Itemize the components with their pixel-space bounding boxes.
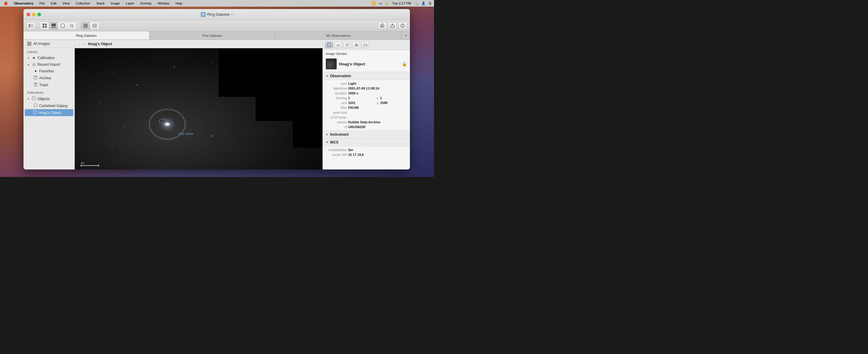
inspector-tab-adjustments[interactable] xyxy=(325,41,333,48)
favorites-label: Favorites xyxy=(39,69,54,73)
inspector-tab-histogram[interactable] xyxy=(334,41,342,48)
calibration-label: Calibration xyxy=(37,56,55,60)
data-row-size: size 1601 x 1599 xyxy=(323,100,410,105)
user-avatar[interactable]: 👤 xyxy=(421,1,426,5)
window-title-icon xyxy=(201,12,206,17)
menu-edit[interactable]: Edit xyxy=(50,1,58,5)
instrument-section-header[interactable]: ▼ Instrument xyxy=(323,130,410,139)
svg-rect-25 xyxy=(30,42,31,43)
svg-rect-5 xyxy=(45,24,47,25)
wcs-section-header[interactable]: ▼ WCS xyxy=(323,139,410,146)
svg-rect-35 xyxy=(34,104,37,107)
menu-icon[interactable]: ☰ xyxy=(429,1,432,5)
svg-rect-11 xyxy=(54,27,55,28)
archive-label: Archive xyxy=(39,76,51,80)
observation-section-header[interactable]: ▼ Observation xyxy=(323,72,410,80)
data-row-center-ra: center RA 15 17 18.6 xyxy=(323,152,410,157)
add-tab-button[interactable]: + xyxy=(401,31,410,39)
sidebar-archive[interactable]: Archive xyxy=(24,75,74,81)
image-viewer[interactable]: PGC 54559 30" xyxy=(75,48,322,170)
svg-rect-26 xyxy=(27,44,29,46)
maximize-button[interactable] xyxy=(37,13,41,16)
svg-rect-10 xyxy=(53,27,54,28)
svg-rect-2 xyxy=(29,24,30,27)
sidebar-all-images[interactable]: All Images xyxy=(24,40,74,48)
inspector-tab-folder[interactable] xyxy=(361,41,369,48)
inspector-header: Hoag's Object 🔒 xyxy=(323,56,410,72)
data-row-ccdtemp: CCD temp. xyxy=(323,115,410,120)
recent-arrow: ▶ xyxy=(28,63,30,66)
cartwheel-icon xyxy=(33,104,38,108)
menu-observatory[interactable]: Observatory xyxy=(13,1,35,5)
menu-file[interactable]: File xyxy=(38,1,46,5)
svg-rect-30 xyxy=(35,84,37,86)
instrument-collapse-arrow: ▼ xyxy=(326,133,329,136)
size-label: size xyxy=(326,101,347,105)
cartwheel-label: Cartwheel Galaxy xyxy=(39,104,68,108)
star-icon: ★ xyxy=(32,56,36,60)
grid-view-button[interactable] xyxy=(40,22,49,29)
svg-rect-34 xyxy=(32,97,35,100)
type-value: Light xyxy=(348,82,407,85)
download-button[interactable] xyxy=(378,22,386,29)
sidebar-cartwheel-galaxy[interactable]: Cartwheel Galaxy xyxy=(24,102,74,109)
library-section-label: Library xyxy=(24,48,74,55)
window-title-chevron[interactable]: ▾ xyxy=(231,13,233,16)
sidebar-trash[interactable]: Trash xyxy=(24,81,74,89)
ccdtemp-label: CCD temp. xyxy=(326,116,347,119)
lock-icon[interactable]: 🔒 xyxy=(402,61,407,66)
scale-bar: 30" xyxy=(81,161,99,166)
tab-pea-galaxies[interactable]: Pea Galaxies xyxy=(150,31,276,39)
filmstrip-view-button[interactable] xyxy=(49,22,58,29)
minimize-button[interactable] xyxy=(32,13,36,16)
sidebar-hoags-object[interactable]: Hoag's Object xyxy=(25,109,73,116)
calibration-arrow: ▶ xyxy=(28,57,30,59)
sidebar-recent-import[interactable]: ▶ ◷ Recent Import xyxy=(24,61,74,68)
center-ra-value: 15 17 18.6 xyxy=(348,153,407,156)
share-button[interactable] xyxy=(388,22,397,29)
data-row-binning: binning 1 x 1 xyxy=(323,96,410,100)
menu-collection[interactable]: Collection xyxy=(74,1,91,5)
type-label: type xyxy=(326,82,347,85)
menu-stack[interactable]: Stack xyxy=(95,1,106,5)
archive-icon xyxy=(33,76,38,80)
apple-menu[interactable]: 🍎 xyxy=(2,1,9,5)
svg-rect-27 xyxy=(30,44,31,46)
image-cutout-1 xyxy=(218,48,322,97)
tab-ring-galaxies[interactable]: Ring Galaxies xyxy=(24,31,150,39)
inspector-tab-metadata[interactable] xyxy=(343,41,351,48)
menu-help[interactable]: Help xyxy=(174,1,184,5)
hoags-icon xyxy=(33,110,37,115)
sidebar-favorites[interactable]: ♥ Favorites xyxy=(24,68,74,75)
menu-image[interactable]: Image xyxy=(110,1,121,5)
sidebar-objects[interactable]: ▶ Objects xyxy=(24,95,74,102)
tab-my-observations[interactable]: My Observations xyxy=(276,31,401,39)
binning-label: binning xyxy=(326,96,347,100)
titlebar: Ring Galaxies ▾ xyxy=(24,9,410,20)
menu-overlay[interactable]: Overlay xyxy=(139,1,153,5)
menu-window[interactable]: Window xyxy=(156,1,170,5)
inspector-tab-overlays[interactable] xyxy=(352,41,360,48)
wcs-section-title: WCS xyxy=(330,140,338,144)
duration-label: duration xyxy=(326,91,347,95)
sidebar-calibration[interactable]: ▶ ★ Calibration xyxy=(24,55,74,61)
layout-split-button[interactable] xyxy=(90,22,99,29)
view-mode-group xyxy=(40,22,76,30)
back-button[interactable]: ← xyxy=(78,42,82,46)
data-row-source: source Hubble Data Archive xyxy=(323,120,410,124)
sidebar-toggle-button[interactable] xyxy=(27,22,36,29)
svg-rect-7 xyxy=(45,26,47,28)
menu-layer[interactable]: Layer xyxy=(125,1,135,5)
image-cutout-3 xyxy=(293,121,322,147)
menu-view[interactable]: View xyxy=(61,1,71,5)
info-button[interactable] xyxy=(398,22,407,29)
single-view-button[interactable] xyxy=(58,22,67,29)
close-button[interactable] xyxy=(27,13,30,16)
clock-icon: ◷ xyxy=(32,62,36,67)
forward-button[interactable]: → xyxy=(83,42,87,46)
layout-single-button[interactable] xyxy=(81,22,90,29)
search-button[interactable] xyxy=(67,22,76,29)
breadcrumb: ← → Hoag's Object xyxy=(75,40,322,48)
svg-rect-38 xyxy=(328,43,331,47)
search-icon[interactable]: 🔍 xyxy=(414,1,418,5)
